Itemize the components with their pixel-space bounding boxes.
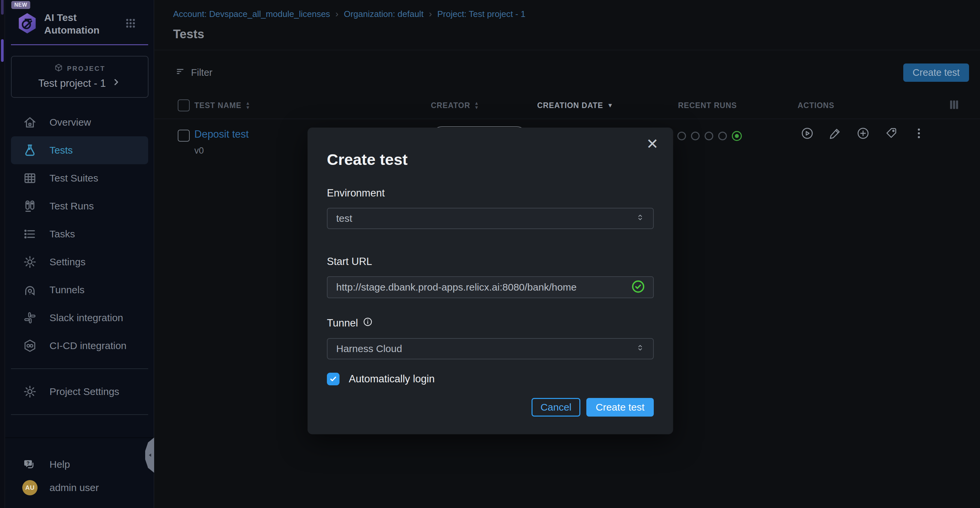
apps-grid-icon[interactable] [124, 17, 137, 31]
sidebar-item-label: Tasks [49, 228, 75, 240]
edit-pencil-icon[interactable] [828, 126, 842, 140]
gear-icon [22, 384, 38, 399]
column-settings-icon[interactable] [948, 99, 960, 112]
gear-icon [22, 254, 38, 270]
environment-select[interactable]: test [327, 208, 654, 229]
environment-value: test [336, 213, 352, 224]
sidebar-item-slack-integration[interactable]: Slack integration [11, 304, 148, 332]
help-chat-icon: ? [22, 457, 38, 472]
column-header-recent-runs: RECENT RUNS [678, 101, 737, 110]
tunnel-select[interactable]: Harness Cloud [327, 338, 654, 359]
table-header: TEST NAME ▲▼ CREATOR ▲▼ CREATION DATE ▼ … [154, 92, 980, 119]
breadcrumb-project[interactable]: Project: Test project - 1 [437, 9, 525, 19]
row-actions [800, 126, 926, 140]
test-name-cell: Deposit test v0 [194, 128, 249, 156]
start-url-input[interactable] [336, 281, 625, 293]
auto-login-row: Automatically login [327, 373, 654, 385]
recent-runs-cell [677, 131, 742, 141]
sidebar-item-overview[interactable]: Overview [11, 109, 148, 136]
new-badge: NEW [11, 1, 30, 9]
app-title: AI Test Automation [44, 11, 117, 36]
user-name: admin user [49, 482, 99, 494]
run-status-passed-icon[interactable] [732, 131, 742, 141]
user-avatar: AU [22, 480, 38, 495]
sort-arrows-icon[interactable]: ▲▼ [474, 101, 479, 110]
brand-header: AI Test Automation [11, 0, 148, 45]
sidebar-item-help[interactable]: ? Help [11, 453, 148, 476]
sidebar-item-label: Tests [49, 145, 73, 156]
create-test-button[interactable]: Create test [903, 64, 969, 82]
chevron-updown-icon [636, 343, 644, 355]
home-icon [22, 115, 38, 130]
column-header-creator[interactable]: CREATOR ▲▼ [431, 101, 479, 110]
test-name-link[interactable]: Deposit test [194, 128, 249, 140]
sidebar-item-label: Overview [49, 117, 91, 128]
column-header-actions: ACTIONS [798, 101, 835, 110]
sidebar-item-label: Tunnels [49, 284, 85, 296]
project-selector[interactable]: PROJECT Test project - 1 [11, 56, 148, 98]
modal-title: Create test [327, 128, 654, 169]
rail-scroll-indicator [1, 39, 4, 62]
sidebar-item-label: Settings [49, 256, 85, 268]
sidebar-item-label: CI-CD integration [49, 340, 127, 351]
start-url-field [327, 276, 654, 298]
cancel-button[interactable]: Cancel [531, 398, 581, 417]
row-checkbox[interactable] [178, 129, 190, 142]
filter-button[interactable]: Filter [173, 66, 214, 80]
modal-create-test-button[interactable]: Create test [586, 398, 654, 417]
app-logo-icon [17, 12, 38, 35]
sort-arrows-icon[interactable]: ▲▼ [245, 101, 250, 110]
test-runs-icon [22, 198, 38, 214]
sidebar-item-label: Slack integration [49, 312, 123, 323]
sidebar-item-project-settings[interactable]: Project Settings [11, 378, 148, 406]
valid-check-icon [631, 280, 645, 295]
breadcrumb-organization[interactable]: Organization: default [344, 9, 423, 19]
run-status-empty-icon [677, 132, 686, 140]
chevron-right-icon [111, 77, 121, 90]
add-plus-icon[interactable] [856, 126, 870, 140]
run-status-empty-icon [718, 132, 727, 140]
close-icon[interactable]: ✕ [644, 136, 660, 152]
run-status-empty-icon [705, 132, 713, 140]
column-header-test-name[interactable]: TEST NAME ▲▼ [194, 101, 250, 110]
grid-table-icon [22, 171, 38, 186]
tunnel-value: Harness Cloud [336, 343, 402, 355]
sidebar-item-tasks[interactable]: Tasks [11, 220, 148, 248]
column-header-creation-date[interactable]: CREATION DATE ▼ [537, 101, 614, 110]
modal-footer: Cancel Create test [327, 398, 654, 417]
sidebar-item-label: Test Runs [49, 200, 94, 212]
breadcrumb-separator: › [336, 9, 339, 19]
cube-icon [54, 63, 63, 74]
sidebar-nav: Overview Tests Test Suites [5, 109, 154, 415]
toolbar: Filter Create test [154, 50, 980, 92]
sidebar-item-cicd-integration[interactable]: CI-CD integration [11, 332, 148, 360]
auto-login-checkbox[interactable] [327, 373, 339, 385]
page: NEW AI Test Automation [0, 0, 980, 508]
sidebar-item-tests[interactable]: Tests [11, 136, 148, 164]
sidebar-item-test-runs[interactable]: Test Runs [11, 192, 148, 220]
project-name: Test project - 1 [38, 77, 106, 89]
auto-login-label: Automatically login [349, 373, 434, 385]
sidebar: NEW AI Test Automation [5, 0, 154, 508]
environment-label: Environment [327, 187, 654, 199]
test-version: v0 [194, 145, 249, 156]
sidebar-item-settings[interactable]: Settings [11, 248, 148, 276]
filter-icon [175, 66, 186, 79]
select-all-checkbox[interactable] [178, 99, 190, 111]
tunnel-label: Tunnel [327, 317, 654, 329]
sidebar-item-test-suites[interactable]: Test Suites [11, 164, 148, 192]
breadcrumb-account[interactable]: Account: Devspace_all_module_licenses [173, 9, 330, 19]
sidebar-item-label: Test Suites [49, 173, 98, 184]
sidebar-item-label: Project Settings [49, 386, 119, 397]
info-icon[interactable] [363, 317, 373, 329]
run-test-icon[interactable] [800, 126, 814, 140]
more-menu-icon[interactable] [912, 126, 926, 140]
user-menu[interactable]: AU admin user [11, 476, 148, 499]
sidebar-divider [11, 414, 148, 415]
slack-icon [22, 310, 38, 326]
task-list-icon [22, 227, 38, 242]
tag-icon[interactable] [884, 126, 898, 140]
sidebar-item-tunnels[interactable]: Tunnels [11, 276, 148, 304]
project-label: PROJECT [67, 65, 105, 72]
breadcrumb-separator: › [429, 9, 432, 19]
